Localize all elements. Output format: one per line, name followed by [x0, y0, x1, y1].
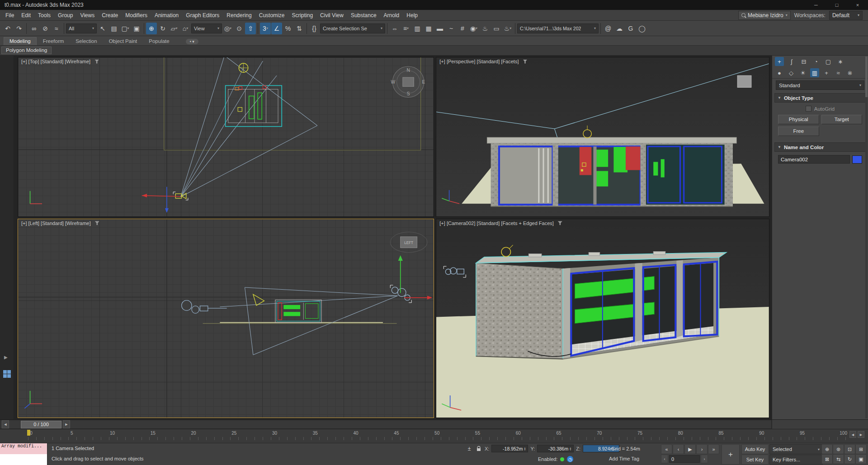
separator[interactable] — [144, 23, 144, 34]
set-keys-button[interactable]: + — [722, 444, 740, 465]
previous-frame-arrow[interactable]: ◄ — [2, 420, 9, 428]
menu-item[interactable]: Customize — [255, 11, 288, 20]
curve-editor-icon[interactable]: ~ — [446, 23, 457, 34]
tab-create[interactable]: + — [775, 57, 784, 66]
object-name-input[interactable]: Camera002 — [778, 155, 850, 164]
pan-icon[interactable]: ⇆ — [833, 454, 844, 464]
physical-camera-button[interactable]: Physical — [778, 115, 819, 124]
menu-item[interactable]: Tools — [34, 11, 54, 20]
reference-coordinate-select[interactable]: View▾ — [191, 23, 222, 33]
select-and-place-icon[interactable]: ⌂▾ — [180, 23, 191, 34]
workspaces-select[interactable]: Default ▾ — [829, 11, 863, 20]
key-selection-dropdown[interactable]: Selected ▾ — [769, 444, 823, 454]
zoom-all-icon[interactable]: ⊛ — [833, 444, 844, 454]
filter-funnel-icon[interactable] — [523, 60, 527, 64]
go-to-end-button[interactable]: » — [708, 444, 719, 454]
menu-item[interactable]: Modifiers — [122, 11, 151, 20]
tab-object-paint[interactable]: Object Paint — [104, 38, 143, 45]
viewport-left[interactable]: [+] [Left] [Standard] [Wireframe] — [18, 219, 434, 418]
menu-item[interactable]: Graph Editors — [182, 11, 223, 20]
maximize-viewport-icon[interactable]: ▣ — [855, 454, 867, 464]
menu-item[interactable]: Group — [54, 11, 76, 20]
filter-funnel-icon[interactable] — [94, 60, 99, 64]
time-back-button[interactable]: ‹ — [661, 455, 668, 463]
track-bar[interactable]: 0510152025303540455055606570758085909510… — [0, 429, 868, 443]
render-production-icon[interactable]: ♨▾ — [502, 23, 513, 34]
separator[interactable] — [600, 23, 601, 34]
auto-key-button[interactable]: Auto Key — [741, 444, 769, 454]
select-and-rotate-icon[interactable]: ↻ — [157, 23, 168, 34]
menu-item[interactable]: Civil View — [316, 11, 347, 20]
rectangular-selection-icon[interactable]: ▢▾ — [120, 23, 131, 34]
percent-snap-icon[interactable]: % — [283, 23, 293, 34]
named-selection-field[interactable]: Create Selection Se▾ — [320, 23, 385, 33]
keyboard-override-icon[interactable]: ⇧ — [245, 23, 256, 34]
separator[interactable] — [307, 23, 307, 34]
set-key-button[interactable]: Set Key — [741, 455, 769, 465]
target-camera-button[interactable]: Target — [821, 115, 863, 124]
object-class-select[interactable]: Standard ▾ — [776, 80, 864, 90]
viewport-left-label[interactable]: [+] [Left] [Standard] [Wireframe] — [21, 221, 99, 226]
toggle-scene-explorer-icon[interactable]: ▥ — [412, 23, 423, 34]
separator[interactable] — [387, 23, 387, 34]
next-frame-arrow[interactable]: ► — [63, 420, 70, 428]
tab-hierarchy[interactable]: ⊟ — [799, 57, 808, 66]
bind-to-space-warp-icon[interactable]: ≈ — [51, 23, 62, 34]
menu-item[interactable]: Arnold — [380, 11, 403, 20]
toggle-ribbon-icon[interactable]: ▬ — [434, 23, 445, 34]
viewport-camera002[interactable]: [+] [Camera002] [Standard] [Facets + Edg… — [436, 219, 769, 418]
maxscript-mini-listener[interactable]: Array modifi... — [0, 443, 47, 465]
select-and-link-icon[interactable]: ∞ — [28, 23, 39, 34]
name-color-rollout-header[interactable]: ▼ Name and Color — [774, 142, 866, 152]
tab-polygon-modeling[interactable]: Polygon Modeling — [1, 47, 52, 54]
zoom-region-icon[interactable]: ⊠ — [821, 454, 833, 464]
tab-freeform[interactable]: Freeform — [38, 38, 70, 45]
menu-item[interactable]: File — [2, 11, 18, 20]
select-and-scale-icon[interactable]: ▱▾ — [169, 23, 179, 34]
selection-lock-icon[interactable] — [475, 445, 482, 452]
object-type-rollout-header[interactable]: ▼ Object Type — [774, 93, 866, 103]
maxscript-pink-line[interactable]: Array modifi... — [0, 443, 47, 454]
filter-funnel-icon[interactable] — [558, 221, 562, 225]
filter-funnel-icon[interactable] — [95, 221, 99, 225]
time-slider-track[interactable]: ◄ 0 / 100 ► — [0, 420, 772, 429]
zoom-extents-icon[interactable]: ⊡ — [844, 444, 855, 454]
menu-item[interactable]: Rendering — [223, 11, 255, 20]
close-button[interactable]: × — [847, 0, 868, 10]
help-circle-icon[interactable]: ◯ — [637, 23, 647, 34]
tab-display[interactable]: ▢ — [824, 57, 833, 66]
menu-item[interactable]: Help — [403, 11, 421, 20]
tab-motion[interactable]: ◔ — [811, 57, 821, 66]
ribbon-display-toggle[interactable]: • ▾ — [186, 39, 198, 44]
project-path-field[interactable]: C:\Users\al71...\3ds Max 202▾ — [517, 23, 599, 33]
orbit-icon[interactable]: ↻ — [844, 454, 855, 464]
spinner-icon[interactable]: ▲▼ — [524, 445, 527, 452]
trackbar-left-arrow[interactable]: ◄ — [849, 431, 856, 438]
edit-named-selections-icon[interactable]: {} — [309, 23, 320, 34]
cat-helpers[interactable]: + — [822, 68, 831, 77]
material-editor-icon[interactable]: ◉▾ — [468, 23, 479, 34]
separator[interactable] — [64, 23, 64, 34]
play-button[interactable]: ▶ — [684, 444, 696, 454]
cat-space-warps[interactable]: ≈ — [834, 68, 843, 77]
go-to-start-button[interactable]: « — [661, 444, 672, 454]
object-color-swatch[interactable] — [852, 155, 862, 164]
align-icon[interactable]: ≡▾ — [401, 23, 411, 34]
select-by-name-icon[interactable]: ▤ — [108, 23, 119, 34]
absolute-offset-toggle-icon[interactable]: ± — [466, 445, 473, 452]
select-and-manipulate-icon[interactable]: ⊙ — [234, 23, 245, 34]
autogrid-checkbox[interactable] — [806, 106, 811, 112]
menu-item[interactable]: Views — [76, 11, 98, 20]
key-filters-button[interactable]: Key Filters... — [769, 455, 823, 465]
cat-lights[interactable]: ☀ — [798, 68, 807, 77]
add-time-tag[interactable]: Add Time Tag — [609, 456, 639, 461]
tab-populate[interactable]: Populate — [143, 38, 175, 45]
cat-shapes[interactable]: ◇ — [787, 68, 796, 77]
viewport-top-label[interactable]: [+] [Top] [Standard] [Wireframe] — [21, 59, 99, 64]
user-account-menu[interactable]: Mebiane Izidro ▾ — [738, 11, 791, 20]
cloud-render-icon[interactable]: ☁ — [614, 23, 625, 34]
select-object-icon[interactable]: ↖ — [97, 23, 108, 34]
undo-icon[interactable]: ↶ — [2, 23, 13, 34]
spinner-snap-icon[interactable]: ⇅ — [294, 23, 305, 34]
viewport-perspective-label[interactable]: [+] [Perspective] [Standard] [Facets] — [439, 59, 527, 64]
